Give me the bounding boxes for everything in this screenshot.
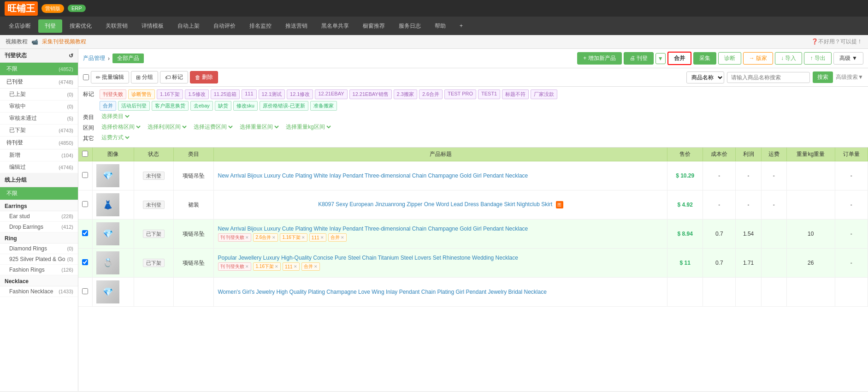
feedback-link[interactable]: ❓不好用？可以提！	[811, 38, 862, 46]
import-button[interactable]: ↓ 导入	[775, 52, 802, 65]
th-weight: 重量kg重量	[786, 148, 835, 161]
harvest-button[interactable]: 采集	[693, 52, 716, 65]
merge-button[interactable]: 合并	[667, 52, 691, 65]
sidebar-item-edited[interactable]: 编辑过 (4746)	[0, 161, 78, 173]
filter-tag-1221e[interactable]: 12.21EBAY	[315, 89, 347, 99]
shipping-method-select[interactable]: 运费方式	[100, 134, 131, 141]
row4-title[interactable]: Popular Jewellery Luxury High-Quality Co…	[218, 255, 663, 261]
filter-tag-test1[interactable]: TEST1	[478, 89, 500, 99]
filter-tag-1221ex[interactable]: 12.21EBAY销售	[349, 89, 392, 99]
select-all-table[interactable]	[82, 151, 88, 157]
nav-search[interactable]: 搜索优化	[63, 19, 98, 33]
product-table: 图像 状态 类目 产品标题 售价 成本价 利润 运费 重量kg重量 订单量	[78, 148, 868, 307]
diagnose-button[interactable]: 诊断	[718, 52, 741, 65]
row3-title[interactable]: New Arrival Bijoux Luxury Cute Plating W…	[218, 226, 663, 232]
row1-title[interactable]: New Arrival Bijoux Luxury Cute Plating W…	[214, 161, 667, 190]
nav-log[interactable]: 服务日志	[392, 19, 427, 33]
row2-title[interactable]: K8097 Sexy European Jinzuanrong Zipper O…	[318, 201, 552, 208]
nav-auto-review[interactable]: 自动评价	[207, 19, 242, 33]
nav-add[interactable]: +	[453, 20, 469, 32]
filter-tag-26[interactable]: 2.6合并	[419, 89, 443, 99]
sidebar-item-all[interactable]: 不限 (4852)	[0, 63, 78, 76]
filter-tag-vendor[interactable]: 厂家没款	[531, 89, 557, 99]
sidebar-item-pending[interactable]: 待刊登 (4850)	[0, 137, 78, 149]
row2-checkbox[interactable]	[82, 201, 88, 207]
row3-checkbox[interactable]	[82, 230, 88, 236]
sidebar-item-review-failed[interactable]: 审核未通过 (5)	[0, 113, 78, 125]
publish-dropdown-button[interactable]: ▼	[655, 53, 666, 64]
sidebar-item-reviewing[interactable]: 审核中 (0)	[0, 101, 78, 113]
profit-range-select[interactable]: 选择利润区间	[146, 123, 188, 131]
row1-status: 未刊登	[134, 161, 173, 190]
shipping-range-select[interactable]: 选择运费区间	[192, 123, 234, 131]
row4-checkbox[interactable]	[82, 259, 88, 265]
filter-tag-merge[interactable]: 合并	[100, 101, 116, 111]
sidebar-item-fashion-rings[interactable]: Fashion Rings (126)	[0, 265, 78, 275]
sidebar-item-fashion-necklace[interactable]: Fashion Necklace (1433)	[0, 286, 78, 297]
nav-template[interactable]: 详情模板	[135, 19, 170, 33]
sidebar-item-silver-plated[interactable]: 925 Silver Plated & Go (0)	[0, 254, 78, 265]
nav-rank[interactable]: 排名监控	[243, 19, 278, 33]
filter-row-category: 类目 选择类目	[83, 113, 863, 121]
filter-tag-ready-move[interactable]: 准备搬家	[310, 101, 337, 111]
group-button[interactable]: ⊞ 分组	[131, 71, 158, 83]
nav-publish[interactable]: 刊登	[38, 19, 62, 33]
nav-quandian[interactable]: 全店诊断	[2, 19, 37, 33]
sidebar-item-listed[interactable]: 已刊登 (4748)	[0, 76, 78, 89]
price-range-select[interactable]: 选择价格区间	[100, 123, 142, 131]
nav-auto-list[interactable]: 自动上架	[171, 19, 206, 33]
add-product-button[interactable]: + 增加新产品	[577, 52, 621, 65]
nav-push[interactable]: 推送营销	[279, 19, 314, 33]
filter-tag-121[interactable]: 12.1测试	[259, 89, 285, 99]
refresh-icon[interactable]: ↺	[69, 53, 73, 59]
nav-associated[interactable]: 关联营销	[99, 19, 134, 33]
breadcrumb-parent[interactable]: 产品管理	[83, 54, 105, 62]
sidebar-item-new[interactable]: 新增 (104)	[0, 149, 78, 161]
filter-tag-customer-swap[interactable]: 客户愿意换货	[152, 101, 189, 111]
filter-tag-ebay[interactable]: 去ebay	[190, 101, 213, 111]
filter-tag-15[interactable]: 1.5修改	[185, 89, 208, 99]
nav-window[interactable]: 橱窗推荐	[356, 19, 391, 33]
sidebar-item-off-shelf[interactable]: 已下架 (4743)	[0, 125, 78, 137]
filter-tag-price-err[interactable]: 原价格错误-已更新	[260, 101, 308, 111]
mark-button[interactable]: 🏷 标记	[160, 71, 188, 83]
weight-range-select[interactable]: 选择重量区间	[238, 123, 280, 131]
filter-tag-publish-fail[interactable]: 刊登失败	[100, 89, 126, 99]
search-input[interactable]	[727, 72, 810, 83]
sidebar-item-on-shelf[interactable]: 已上架 (0)	[0, 89, 78, 101]
nav-help[interactable]: 帮助	[428, 19, 452, 33]
filter-tag-titleno[interactable]: 标题不符	[502, 89, 529, 99]
filter-tag-23[interactable]: 2.3搬家	[394, 89, 417, 99]
filter-tag-nostock[interactable]: 缺货	[215, 101, 231, 111]
row5-checkbox[interactable]	[82, 288, 88, 294]
filter-tag-1125[interactable]: 11.25追箱	[211, 89, 240, 99]
sidebar-item-drop-earrings[interactable]: Drop Earrings (412)	[0, 222, 78, 232]
filter-tag-testpro[interactable]: TEST PRO	[444, 89, 476, 99]
sidebar-item-ear-stud[interactable]: Ear stud (228)	[0, 211, 78, 222]
filter-tag-post-act[interactable]: 活动后刊登	[118, 101, 150, 111]
row5-title[interactable]: Women's Girl's Jewelry High Quality Plat…	[214, 278, 667, 307]
search-type-select[interactable]: 商品名称	[686, 71, 724, 83]
advanced-search-link[interactable]: 高级搜索▼	[836, 73, 863, 81]
delete-button[interactable]: 🗑 删除	[190, 71, 218, 83]
filter-tag-116[interactable]: 1.16下架	[157, 89, 183, 99]
category-select[interactable]: 选择类目	[100, 113, 131, 120]
sidebar-item-online-all[interactable]: 不限	[0, 187, 78, 200]
batch-edit-button[interactable]: ✏ 批量编辑	[91, 71, 129, 83]
filter-tag-121m[interactable]: 12.1修改	[287, 89, 313, 99]
th-shipping: 运费	[761, 148, 786, 161]
filter-tag-modsku[interactable]: 修改sku	[233, 101, 258, 111]
row1-checkbox[interactable]	[82, 172, 88, 178]
vendor-button[interactable]: → 版家	[743, 52, 773, 65]
video-tutorial-link[interactable]: 采集刊登视频教程	[42, 38, 86, 46]
advanced-button[interactable]: 高级 ▼	[833, 52, 863, 65]
filter-tag-111[interactable]: 111	[242, 89, 256, 99]
export-button[interactable]: ↑ 导出	[804, 52, 831, 65]
filter-tag-diagnose-warn[interactable]: 诊断警告	[128, 89, 155, 99]
select-all-checkbox[interactable]	[83, 74, 89, 80]
search-button[interactable]: 搜索	[813, 71, 833, 83]
nav-blacklist[interactable]: 黑名单共享	[315, 19, 355, 33]
publish-button[interactable]: 🖨 刊登	[624, 52, 654, 65]
weightkg-range-select[interactable]: 选择重量kg区间	[284, 123, 332, 131]
sidebar-item-diamond-rings[interactable]: Diamond Rings (0)	[0, 244, 78, 254]
